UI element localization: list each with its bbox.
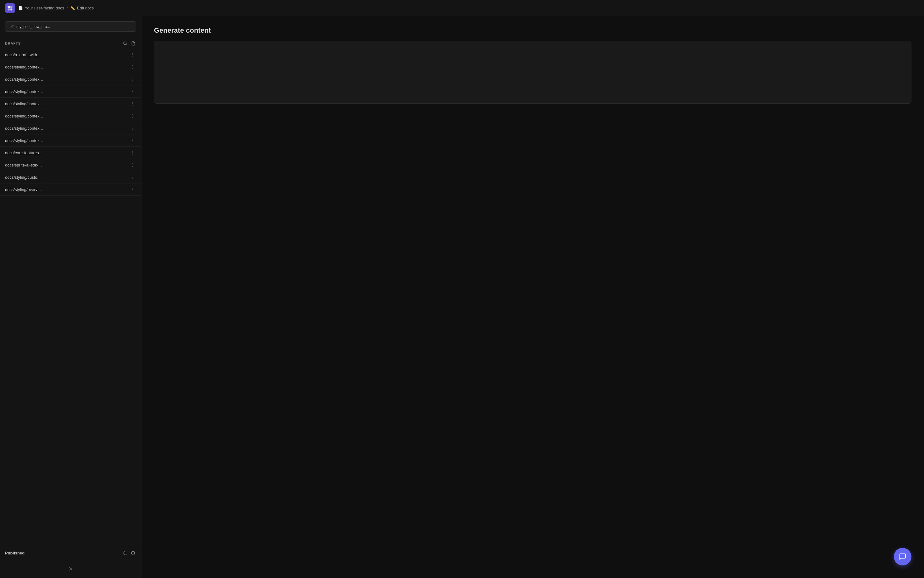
new-draft-button[interactable] <box>130 41 136 46</box>
file-item-name: docs/a_draft_with_... <box>5 52 129 57</box>
close-area <box>0 560 141 578</box>
main-layout: ⎇ my_cool_new_dra... DRAFTS <box>0 16 924 578</box>
branch-label: my_cool_new_dra... <box>16 24 50 29</box>
search-published-button[interactable] <box>122 550 128 556</box>
file-item-name: docs/styling/contex... <box>5 126 129 131</box>
file-item-menu-button[interactable]: ⋮ <box>129 101 136 107</box>
drafts-actions <box>122 41 136 46</box>
breadcrumb-separator: / <box>67 6 68 10</box>
file-item[interactable]: docs/styling/contex...⋮ <box>0 122 141 135</box>
file-item-name: docs/sprite-ai-sdk-... <box>5 163 129 167</box>
svg-point-4 <box>124 42 126 45</box>
file-item[interactable]: docs/styling/contex...⋮ <box>0 73 141 86</box>
file-item-menu-button[interactable]: ⋮ <box>129 64 136 70</box>
page-title: Generate content <box>154 26 911 34</box>
file-item[interactable]: docs/styling/contex...⋮ <box>0 86 141 98</box>
file-item-menu-button[interactable]: ⋮ <box>129 113 136 119</box>
breadcrumb: 📄 Your user-facing docs / ✏️ Edit docs <box>18 6 94 10</box>
file-item-name: docs/styling/contex... <box>5 65 129 70</box>
github-button[interactable] <box>130 550 136 556</box>
drafts-file-list: docs/a_draft_with_...⋮docs/styling/conte… <box>0 49 141 546</box>
file-item-menu-button[interactable]: ⋮ <box>129 186 136 193</box>
published-section: Published <box>0 546 141 560</box>
search-drafts-button[interactable] <box>122 41 128 46</box>
published-title: Published <box>5 551 24 555</box>
file-item-menu-button[interactable]: ⋮ <box>129 174 136 180</box>
file-item-menu-button[interactable]: ⋮ <box>129 76 136 82</box>
svg-rect-1 <box>10 6 13 8</box>
file-item[interactable]: docs/styling/overvi...⋮ <box>0 183 141 196</box>
drafts-title: DRAFTS <box>5 41 21 45</box>
file-item-name: docs/styling/contex... <box>5 101 129 106</box>
file-item-menu-button[interactable]: ⋮ <box>129 88 136 94</box>
svg-rect-0 <box>8 6 10 8</box>
app-logo <box>5 3 15 13</box>
file-item[interactable]: docs/styling/contex...⋮ <box>0 61 141 73</box>
svg-rect-3 <box>10 8 13 10</box>
breadcrumb-label-2: Edit docs <box>77 6 94 10</box>
file-item-name: docs/core-features... <box>5 151 129 155</box>
breadcrumb-item-2[interactable]: ✏️ Edit docs <box>70 6 94 10</box>
document-icon: 📄 <box>18 6 23 10</box>
file-item[interactable]: docs/a_draft_with_...⋮ <box>0 49 141 61</box>
file-item-menu-button[interactable]: ⋮ <box>129 125 136 131</box>
file-item-name: docs/styling/contex... <box>5 89 129 94</box>
file-item-name: docs/styling/contex... <box>5 138 129 143</box>
file-item-name: docs/styling/overvi... <box>5 187 129 192</box>
file-item[interactable]: docs/styling/contex...⋮ <box>0 110 141 122</box>
content-area: Generate content <box>142 16 924 578</box>
breadcrumb-item-1[interactable]: 📄 Your user-facing docs <box>18 6 64 10</box>
published-actions <box>122 550 136 556</box>
file-item-menu-button[interactable]: ⋮ <box>129 162 136 168</box>
file-item[interactable]: docs/styling/custo...⋮ <box>0 171 141 183</box>
file-item-menu-button[interactable]: ⋮ <box>129 52 136 58</box>
file-item[interactable]: docs/sprite-ai-sdk-...⋮ <box>0 159 141 171</box>
chat-button[interactable] <box>894 548 911 565</box>
file-item[interactable]: docs/styling/contex...⋮ <box>0 135 141 147</box>
edit-icon: ✏️ <box>70 6 75 10</box>
file-item-name: docs/styling/custo... <box>5 175 129 180</box>
generate-content-box[interactable] <box>154 41 911 104</box>
branch-icon: ⎇ <box>9 24 14 29</box>
file-item-name: docs/styling/contex... <box>5 114 129 119</box>
file-item[interactable]: docs/core-features...⋮ <box>0 147 141 159</box>
header: 📄 Your user-facing docs / ✏️ Edit docs <box>0 0 924 16</box>
file-item-menu-button[interactable]: ⋮ <box>129 137 136 144</box>
file-item[interactable]: docs/styling/contex...⋮ <box>0 98 141 110</box>
sidebar: ⎇ my_cool_new_dra... DRAFTS <box>0 16 142 578</box>
file-item-name: docs/styling/contex... <box>5 77 129 82</box>
breadcrumb-label-1: Your user-facing docs <box>25 6 64 10</box>
branch-selector[interactable]: ⎇ my_cool_new_dra... <box>5 21 136 32</box>
close-button[interactable] <box>67 565 75 573</box>
svg-rect-2 <box>8 8 10 10</box>
file-item-menu-button[interactable]: ⋮ <box>129 149 136 156</box>
svg-point-5 <box>123 551 126 554</box>
drafts-section-header: DRAFTS <box>0 38 141 49</box>
